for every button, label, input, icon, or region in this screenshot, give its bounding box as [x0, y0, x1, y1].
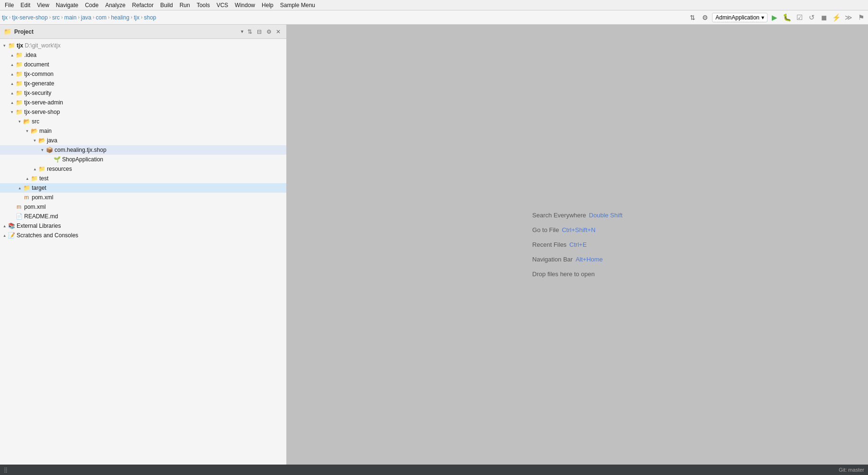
- breadcrumb-serve-shop[interactable]: tjx-serve-shop: [12, 14, 47, 21]
- tree-label-src: src: [32, 118, 39, 125]
- tree-item-java[interactable]: ▾ 📂 java: [0, 136, 286, 145]
- menu-refactor[interactable]: Refactor: [129, 1, 156, 9]
- menu-help[interactable]: Help: [259, 1, 276, 9]
- run-config-dropdown-icon: ▾: [761, 14, 764, 21]
- folder-icon-idea: 📁: [15, 51, 23, 59]
- project-tree: ▾ 📁 tjx D:\git_work\tjx ▸ 📁 .idea ▸ 📁 do…: [0, 39, 286, 465]
- menu-vcs[interactable]: VCS: [214, 1, 231, 9]
- tree-label-document: document: [24, 61, 49, 68]
- arrow-idea: ▸: [9, 52, 15, 58]
- hint-key-goto: Ctrl+Shift+N: [562, 226, 595, 233]
- menu-code[interactable]: Code: [82, 1, 101, 9]
- menu-navigate[interactable]: Navigate: [53, 1, 81, 9]
- tree-item-target[interactable]: ▸ 📁 target: [0, 183, 286, 193]
- project-folder-icon: 📁: [4, 28, 11, 35]
- tree-item-tjx-serve-admin[interactable]: ▸ 📁 tjx-serve-admin: [0, 98, 286, 107]
- tree-label-scratches: Scratches and Consoles: [17, 232, 78, 239]
- breadcrumb-src[interactable]: src: [52, 14, 60, 21]
- tree-label-java: java: [47, 137, 57, 144]
- tree-item-main[interactable]: ▾ 📂 main: [0, 126, 286, 136]
- arrow-tjx-serve-admin: ▸: [9, 99, 15, 106]
- panel-settings-icon[interactable]: ⚙: [265, 28, 273, 36]
- package-icon: 📦: [46, 146, 53, 154]
- tree-item-tjx-common[interactable]: ▸ 📁 tjx-common: [0, 69, 286, 79]
- stop-button[interactable]: ◼: [819, 12, 829, 23]
- module-icon-tjx-serve-shop: 📁: [15, 108, 23, 116]
- folder-icon-java: 📂: [38, 137, 46, 144]
- debug-button[interactable]: 🐛: [782, 12, 792, 23]
- tree-label-tjx-serve-admin: tjx-serve-admin: [24, 99, 63, 106]
- rerun-button[interactable]: ↺: [806, 12, 817, 23]
- xml-icon-pom-shop: m: [23, 194, 30, 201]
- tree-label-pom-root: pom.xml: [24, 204, 46, 210]
- status-left: ⣿: [4, 467, 8, 473]
- folder-icon-document: 📁: [15, 61, 23, 68]
- tree-item-tjx-serve-shop[interactable]: ▾ 📁 tjx-serve-shop: [0, 107, 286, 117]
- breadcrumb-main[interactable]: main: [64, 14, 76, 21]
- coverage-button[interactable]: ☑: [794, 12, 804, 23]
- editor-area: Search Everywhere Double Shift Go to Fil…: [287, 25, 868, 465]
- panel-dropdown-icon[interactable]: ▾: [241, 28, 244, 35]
- breadcrumb-com[interactable]: com: [96, 14, 107, 21]
- arrow-external-libs: ▸: [1, 223, 8, 229]
- hint-label-recent: Recent Files: [532, 241, 566, 248]
- arrow-src: ▾: [16, 118, 23, 125]
- arrow-java: ▾: [31, 137, 38, 144]
- tree-item-resources[interactable]: ▸ 📁 resources: [0, 164, 286, 174]
- menu-view[interactable]: View: [34, 1, 52, 9]
- toolbar: tjx › tjx-serve-shop › src › main › java…: [0, 10, 868, 25]
- breadcrumb-shop[interactable]: shop: [144, 14, 156, 21]
- panel-close-icon[interactable]: ✕: [274, 28, 283, 36]
- tree-item-pom-root[interactable]: ▸ m pom.xml: [0, 202, 286, 212]
- module-icon-tjx-security: 📁: [15, 89, 23, 97]
- tree-item-src[interactable]: ▾ 📂 src: [0, 117, 286, 126]
- menu-run[interactable]: Run: [177, 1, 193, 9]
- settings-icon[interactable]: ⚙: [700, 12, 710, 23]
- panel-sync-icon[interactable]: ⇅: [246, 28, 254, 36]
- breadcrumb-tjx[interactable]: tjx: [2, 14, 8, 21]
- tree-item-pom-shop[interactable]: ▸ m pom.xml: [0, 193, 286, 202]
- tree-label-tjx-security: tjx-security: [24, 90, 51, 96]
- tree-item-external-libs[interactable]: ▸ 📚 External Libraries: [0, 221, 286, 231]
- hint-recent-files: Recent Files Ctrl+E: [532, 241, 622, 248]
- tree-item-shopapp[interactable]: ▸ 🌱 ShopApplication: [0, 155, 286, 164]
- run-config-selector[interactable]: AdminApplication ▾: [712, 13, 767, 22]
- breadcrumb-healing[interactable]: healing: [111, 14, 129, 21]
- menu-tools[interactable]: Tools: [194, 1, 213, 9]
- tree-item-readme[interactable]: ▸ 📄 README.md: [0, 212, 286, 221]
- menu-window[interactable]: Window: [232, 1, 258, 9]
- breadcrumb-tjx2[interactable]: tjx: [134, 14, 139, 21]
- arrow-tjx-generate: ▸: [9, 80, 15, 87]
- extra-button[interactable]: ⚑: [856, 12, 866, 23]
- more-button[interactable]: ≫: [843, 12, 854, 23]
- arrow-test: ▸: [24, 175, 30, 182]
- tree-item-test[interactable]: ▸ 📁 test: [0, 174, 286, 183]
- menu-file[interactable]: File: [2, 1, 17, 9]
- menu-edit[interactable]: Edit: [18, 1, 33, 9]
- sync-icon[interactable]: ⇅: [687, 12, 698, 23]
- scratch-icon: 📝: [8, 232, 15, 239]
- tree-item-document[interactable]: ▸ 📁 document: [0, 60, 286, 69]
- spring-icon-shopapp: 🌱: [53, 156, 61, 163]
- toolbar-right: ⇅ ⚙ AdminApplication ▾ ▶ 🐛 ☑ ↺ ◼ ⚡ ≫ ⚑: [687, 12, 866, 23]
- tree-item-tjx-security[interactable]: ▸ 📁 tjx-security: [0, 88, 286, 98]
- tree-item-idea[interactable]: ▸ 📁 .idea: [0, 50, 286, 60]
- hint-label-goto: Go to File: [532, 226, 559, 233]
- ext-lib-icon: 📚: [8, 222, 15, 230]
- panel-collapse-icon[interactable]: ⊟: [255, 28, 264, 36]
- breadcrumb-java[interactable]: java: [81, 14, 91, 21]
- menu-bar: File Edit View Navigate Code Analyze Ref…: [0, 0, 868, 10]
- tree-item-tjx-generate[interactable]: ▸ 📁 tjx-generate: [0, 79, 286, 88]
- arrow-main: ▾: [24, 128, 30, 134]
- welcome-hints: Search Everywhere Double Shift Go to Fil…: [532, 212, 622, 278]
- menu-sample[interactable]: Sample Menu: [277, 1, 318, 9]
- hint-label-drop: Drop files here to open: [532, 270, 595, 278]
- menu-analyze[interactable]: Analyze: [102, 1, 128, 9]
- profile-button[interactable]: ⚡: [831, 12, 841, 23]
- tree-item-scratches[interactable]: ▸ 📝 Scratches and Consoles: [0, 231, 286, 240]
- run-button[interactable]: ▶: [769, 12, 780, 23]
- tree-item-tjx-root[interactable]: ▾ 📁 tjx D:\git_work\tjx: [0, 41, 286, 50]
- menu-build[interactable]: Build: [157, 1, 176, 9]
- arrow-package: ▾: [39, 147, 46, 153]
- tree-item-package[interactable]: ▾ 📦 com.healing.tjx.shop: [0, 145, 286, 155]
